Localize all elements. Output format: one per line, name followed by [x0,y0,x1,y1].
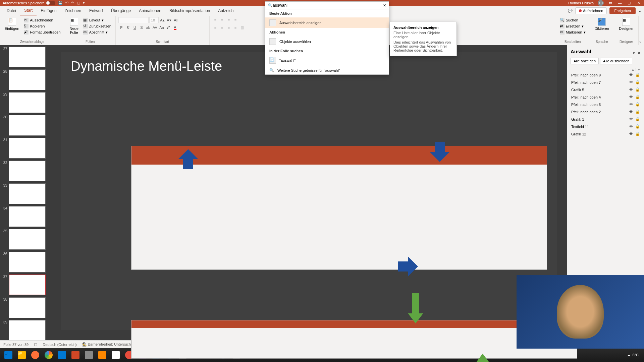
selection-item[interactable]: Pfeil: nach oben 3👁🔓 [571,101,641,108]
redo-icon[interactable]: ↷ [71,1,74,5]
tab-einfuegen[interactable]: Einfügen [37,6,60,15]
outlook-icon[interactable] [56,349,68,361]
autosave-toggle[interactable]: Automatisches Speichern [3,1,55,5]
slide-thumbnails[interactable]: 27282930313233343536373839 [0,45,51,340]
selection-item[interactable]: Pfeil: nach oben 7👁🔓 [571,79,641,86]
section-button[interactable]: ▭Abschnitt ▾ [82,29,113,35]
visibility-icon[interactable]: 👁 [629,87,634,92]
slide-thumbnail-27[interactable] [9,47,46,67]
slide-thumbnail-33[interactable] [9,183,46,204]
replace-button[interactable]: ⇄Ersetzen ▾ [558,23,587,29]
comments-icon[interactable]: 💬 [568,9,573,13]
lock-icon[interactable]: 🔓 [635,124,640,129]
format-painter-button[interactable]: 🖌Format übertragen [22,29,62,35]
increase-font-icon[interactable]: A▴ [159,17,165,23]
visibility-icon[interactable]: 👁 [629,102,634,107]
chrome-icon[interactable] [42,349,55,361]
tab-entwurf[interactable]: Entwurf [85,6,107,15]
lock-icon[interactable]: 🔓 [635,110,640,114]
visibility-icon[interactable]: 👁 [629,73,634,77]
search-result-in-slide[interactable]: 📄"auswahl" [265,55,389,66]
pane-close-icon[interactable]: ✕ [638,51,641,55]
search-more-results[interactable]: 🔍Weitere Suchergebnisse für "auswahl" [265,66,389,74]
user-name[interactable]: Thomas Hruska [568,1,594,5]
arrow-down-green-icon[interactable] [408,293,423,323]
search-input[interactable] [273,3,383,8]
app-icon[interactable] [83,349,95,361]
tab-datei[interactable]: Datei [3,6,20,15]
shadow-button[interactable]: ab [145,24,151,31]
align-center-icon[interactable]: ≡ [219,24,225,31]
undo-icon[interactable]: ↶ [65,1,68,5]
slide-thumbnail-35[interactable] [9,229,46,250]
arrow-up-green-icon[interactable] [475,354,490,362]
tab-uebergaenge[interactable]: Übergänge [107,6,135,15]
strike-button[interactable]: S [139,24,145,31]
chevron-down-icon[interactable]: ⌄ [638,9,641,13]
visibility-icon[interactable]: 👁 [629,132,634,136]
lock-icon[interactable]: 🔓 [635,80,640,85]
explorer-icon[interactable]: 📁 [15,349,28,361]
bullets-icon[interactable]: ≡ [212,17,218,23]
ribbon-options-icon[interactable]: ▭ [608,0,613,6]
columns-icon[interactable]: ▥ [239,24,245,31]
numbering-icon[interactable]: ≡ [219,17,225,23]
record-button[interactable]: Aufzeichnen [575,7,607,14]
arrow-down-blue-icon[interactable] [430,142,450,162]
lock-icon[interactable]: 🔓 [635,117,640,122]
case-button[interactable]: Aa [159,24,165,31]
lock-icon[interactable]: 🔓 [635,132,640,136]
tab-zeichnen[interactable]: Zeichnen [61,6,85,15]
tab-bildschirm[interactable]: Bildschirmpräsentation [165,6,214,15]
slide-thumbnail-28[interactable] [9,69,46,90]
vlc-icon[interactable] [96,349,109,361]
copy-button[interactable]: ⎘Kopieren [22,23,62,29]
new-slide-button[interactable]: ▦Neue Folie [68,17,80,35]
font-select[interactable] [118,17,149,23]
paste-button[interactable]: 📋Einfügen [3,17,21,31]
find-button[interactable]: 🔍Suchen [558,17,587,23]
font-color-button[interactable]: A [172,24,178,31]
decrease-font-icon[interactable]: A▾ [166,17,172,23]
justify-icon[interactable]: ≡ [232,24,238,31]
selection-item[interactable]: Grafik 12👁🔓 [571,130,641,138]
arrow-right-blue-icon[interactable] [398,256,418,277]
lock-icon[interactable]: 🔓 [635,95,640,100]
slide-thumbnail-38[interactable] [9,297,46,318]
search-result-select-objects[interactable]: Objekte auswählen [265,36,389,47]
italic-button[interactable]: K [125,24,131,31]
collapse-ribbon-icon[interactable]: ⌄ [639,39,642,44]
weather-widget[interactable]: ☁ 6°C [627,353,642,357]
selection-item[interactable]: Textfeld 11👁🔓 [571,123,641,130]
dropdown-icon[interactable]: ▾ [83,1,85,5]
reset-button[interactable]: ↺Zurücksetzen [82,23,113,29]
app2-icon[interactable] [109,349,122,361]
slide-thumbnail-30[interactable] [9,115,46,136]
align-left-icon[interactable]: ≡ [212,24,218,31]
visibility-icon[interactable]: 👁 [629,95,634,100]
hide-all-button[interactable]: Alle ausblenden [600,58,632,64]
share-button[interactable]: Freigeben [609,7,636,14]
arrow-up-blue-icon[interactable] [178,149,198,169]
visibility-icon[interactable]: 👁 [629,110,634,114]
tab-animationen[interactable]: Animationen [135,6,165,15]
slide-canvas[interactable]: Dynamische Menü-Leiste [51,45,567,340]
selection-item[interactable]: Pfeil: nach oben 2👁🔓 [571,108,641,116]
selection-item[interactable]: Grafik 5👁🔓 [571,86,641,94]
indent-dec-icon[interactable]: ≡ [226,17,232,23]
search-close-icon[interactable]: ✕ [383,3,386,8]
slide-thumbnail-31[interactable] [9,138,46,159]
show-all-button[interactable]: Alle anzeigen [571,58,599,64]
slide-thumbnail-36[interactable] [9,252,46,273]
accessibility-status[interactable]: 🕵 Barrierefreiheit: Untersuchen [82,342,135,347]
save-icon[interactable]: 💾 [58,1,63,5]
pane-dropdown-icon[interactable]: ▾ [633,51,635,55]
tab-start[interactable]: Start [20,6,37,15]
search-result-selection-pane[interactable]: Auswahlbereich anzeigen [265,17,389,28]
highlight-button[interactable]: 🖍 [165,24,171,31]
select-button[interactable]: ▭Markieren ▾ [558,29,587,35]
language-status[interactable]: Deutsch (Österreich) [43,343,76,347]
lock-icon[interactable]: 🔓 [635,87,640,92]
align-right-icon[interactable]: ≡ [226,24,232,31]
slideshow-icon[interactable]: ▢ [77,1,80,5]
